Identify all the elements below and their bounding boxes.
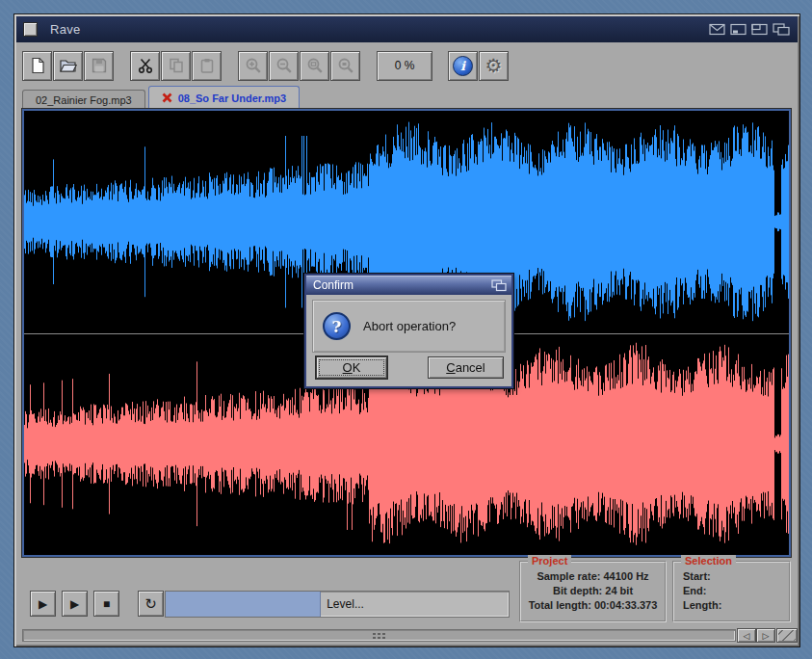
settings-button[interactable]: ⚙ <box>479 51 509 81</box>
zoom-selection-button[interactable] <box>330 51 360 81</box>
copy-button[interactable] <box>161 51 191 81</box>
zoom-selection-icon <box>337 57 354 74</box>
project-info-group: Project Sample rate: 44100 Hz Bit depth:… <box>519 561 667 622</box>
file-button-group <box>22 51 115 81</box>
dialog-message-panel: ? Abort operation? <box>312 300 506 353</box>
zoom-fit-icon <box>306 57 324 74</box>
transport-controls: ▶ ▶ ■ ↻ <box>30 591 170 617</box>
dialog-buttons: OK Cancel <box>306 356 511 379</box>
open-file-button[interactable] <box>53 51 83 81</box>
titlebar-gadgets <box>709 23 790 36</box>
progress-bar: Level... <box>165 591 510 618</box>
window-titlebar[interactable]: Rave <box>16 16 798 42</box>
play-alt-icon: ▶ <box>70 597 79 611</box>
dialog-titlebar[interactable]: Confirm <box>306 276 511 295</box>
play-selection-button[interactable]: ▶ <box>62 591 88 617</box>
new-file-icon <box>29 57 46 74</box>
zoom-gadget[interactable] <box>751 23 768 36</box>
question-icon: ? <box>323 312 351 340</box>
ok-button[interactable]: OK <box>316 356 387 379</box>
paste-icon <box>198 57 216 74</box>
progress-label: Level... <box>327 597 364 611</box>
zoom-fit-button[interactable] <box>300 51 329 81</box>
loop-button[interactable]: ↻ <box>138 591 164 617</box>
zoom-in-button[interactable] <box>238 51 268 81</box>
selection-end-text: End: <box>683 584 789 598</box>
close-gadget[interactable] <box>23 22 38 37</box>
h-scrollbar-track[interactable] <box>22 629 736 642</box>
info-icon: i <box>453 56 473 76</box>
splitter-grip[interactable] <box>372 632 387 639</box>
cut-button[interactable] <box>130 51 160 81</box>
progress-fill <box>166 592 321 617</box>
project-group-label: Project <box>528 555 571 567</box>
window-title: Rave <box>50 22 81 37</box>
zoom-in-icon <box>245 57 262 74</box>
total-length-text: Total length: 00:04:33.373 <box>521 598 665 613</box>
scroll-right-button[interactable]: ▷ <box>756 628 775 643</box>
iconify-gadget[interactable] <box>730 23 747 36</box>
bit-depth-text: Bit depth: 24 bit <box>521 584 665 598</box>
resize-grip[interactable] <box>776 628 798 643</box>
tab-so-far-under[interactable]: 08_So Far Under.mp3 <box>148 86 301 109</box>
dialog-message: Abort operation? <box>363 319 456 333</box>
folder-icon <box>59 57 77 74</box>
stop-button[interactable]: ■ <box>93 591 119 617</box>
stop-icon: ■ <box>103 597 110 611</box>
selection-group-label: Selection <box>681 555 736 567</box>
copy-icon <box>168 57 185 74</box>
left-arrow-icon: ◁ <box>744 631 750 641</box>
play-button[interactable]: ▶ <box>30 591 56 617</box>
zoom-level-display: 0 % <box>377 51 432 81</box>
tab-label: 02_Rainier Fog.mp3 <box>36 94 132 106</box>
paste-button[interactable] <box>192 51 222 81</box>
play-icon: ▶ <box>39 597 47 611</box>
gear-icon: ⚙ <box>485 56 503 75</box>
scissors-icon <box>137 57 154 74</box>
dialog-depth-gadget[interactable] <box>491 279 507 292</box>
zoom-button-group <box>238 51 361 81</box>
selection-start-text: Start: <box>683 569 789 584</box>
app-button-group: i ⚙ <box>448 51 510 81</box>
toolbar: 0 % i ⚙ <box>22 47 792 84</box>
selection-length-text: Length: <box>683 598 789 613</box>
zoom-out-button[interactable] <box>269 51 299 81</box>
loop-icon: ↻ <box>144 595 157 613</box>
new-file-button[interactable] <box>22 51 52 81</box>
tab-rainier-fog[interactable]: 02_Rainier Fog.mp3 <box>22 90 145 109</box>
info-button[interactable]: i <box>448 51 478 81</box>
sample-rate-text: Sample rate: 44100 Hz <box>521 569 665 584</box>
selection-info-group: Selection Start: End: Length: <box>672 561 791 622</box>
dialog-title: Confirm <box>313 278 354 292</box>
floppy-icon <box>91 57 108 74</box>
edit-button-group <box>130 51 223 81</box>
save-button[interactable] <box>84 51 114 81</box>
zoom-out-icon <box>275 57 293 74</box>
tab-label: 08_So Far Under.mp3 <box>178 92 287 104</box>
depth-gadget[interactable] <box>773 23 790 36</box>
scroll-left-button[interactable]: ◁ <box>737 628 756 643</box>
tab-bar: 02_Rainier Fog.mp3 08_So Far Under.mp3 <box>22 86 792 109</box>
envelope-gadget[interactable] <box>709 23 725 36</box>
right-arrow-icon: ▷ <box>763 631 770 641</box>
confirm-dialog: Confirm ? Abort operation? OK Cancel <box>304 274 513 388</box>
tab-close-icon[interactable] <box>162 92 172 103</box>
cancel-button[interactable]: Cancel <box>428 356 504 379</box>
